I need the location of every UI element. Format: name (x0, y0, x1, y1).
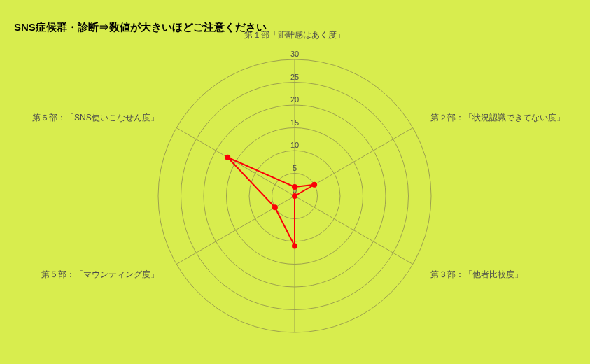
tick-label: 10 (290, 141, 299, 149)
axis-label: 第５部：「マウンティング度」 (41, 270, 159, 279)
grid-axis (176, 128, 295, 197)
data-point (292, 193, 297, 199)
radar-chart: 051015202530第１部「距離感はあく度」第２部：「状況認識できてない度」… (0, 0, 590, 364)
axis-label: 第１部「距離感はあく度」 (244, 30, 345, 40)
tick-label: 5 (293, 164, 297, 172)
axis-label: 第２部：「状況認識できてない度」 (430, 113, 565, 122)
tick-label: 30 (290, 50, 299, 58)
axis-label: 第３部：「他者比較度」 (430, 270, 523, 279)
data-point (292, 244, 297, 249)
tick-label: 20 (290, 95, 299, 104)
tick-label: 15 (290, 118, 299, 127)
data-point (292, 184, 297, 190)
data-point (311, 182, 317, 188)
data-point (272, 204, 278, 210)
axis-label: 第６部：「SNS使いこなせん度」 (32, 113, 159, 122)
data-point (225, 155, 230, 160)
grid-axis (295, 196, 413, 265)
tick-label: 25 (290, 73, 299, 81)
data-polygon (227, 158, 314, 246)
